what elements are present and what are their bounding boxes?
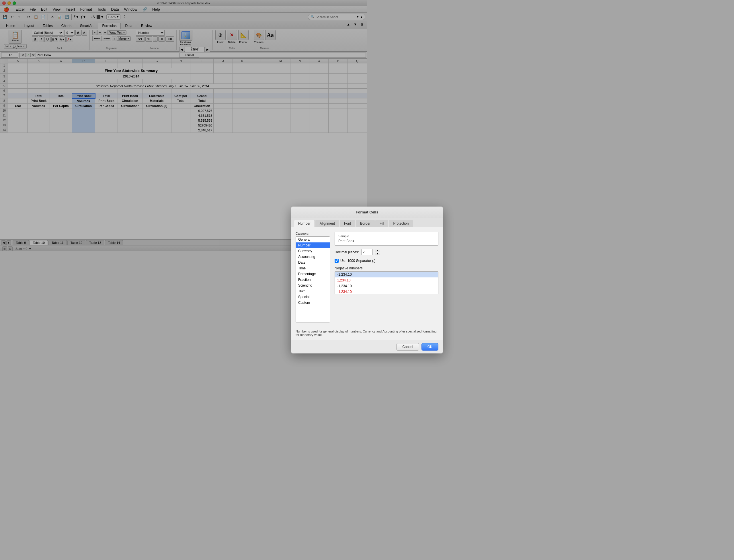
separator-checkbox-row: Use 1000 Separator (,) (335, 259, 367, 263)
cat-accounting[interactable]: Accounting (296, 254, 330, 260)
cat-date[interactable]: Date (296, 260, 330, 265)
dialog-tab-border[interactable]: Border (356, 220, 367, 227)
cat-time[interactable]: Time (296, 265, 330, 271)
cat-general[interactable]: General (296, 237, 330, 242)
cat-currency[interactable]: Currency (296, 248, 330, 254)
sample-value: Print Book (338, 239, 367, 243)
cat-fraction[interactable]: Fraction (296, 277, 330, 280)
neg-item-0[interactable]: -1,234.10 (335, 272, 367, 277)
negative-numbers-label: Negative numbers: (335, 266, 367, 270)
dialog-tab-number[interactable]: Number (294, 220, 315, 227)
dialog-overlay: Format Cells Number Alignment Font Borde… (0, 0, 367, 280)
dialog-body: Category: General Number Currency Accoun… (291, 227, 367, 280)
dialog-tabs: Number Alignment Font Border Fill Protec… (291, 218, 367, 227)
dialog-title: Format Cells (291, 207, 367, 218)
separator-checkbox[interactable] (335, 259, 339, 263)
separator-label: Use 1000 Separator (,) (340, 259, 367, 263)
format-options-panel: Sample Print Book Decimal places: 2 ▲ ▼ … (335, 232, 367, 280)
sample-label: Sample (338, 234, 367, 238)
category-list: General Number Currency Accounting Date … (296, 236, 330, 280)
format-cells-dialog: Format Cells Number Alignment Font Borde… (291, 207, 367, 280)
negative-numbers-list: -1,234.10 1,234.10 -1,234.10 -1,234.10 (335, 271, 367, 280)
negative-numbers-section: Negative numbers: -1,234.10 1,234.10 -1,… (335, 266, 367, 280)
dialog-tab-alignment[interactable]: Alignment (316, 220, 339, 227)
decimal-places-input[interactable]: 2 (361, 249, 367, 255)
category-section: Category: General Number Currency Accoun… (296, 232, 330, 280)
cat-percentage[interactable]: Percentage (296, 271, 330, 277)
category-label: Category: (296, 232, 330, 235)
decimal-places-row: Decimal places: 2 ▲ ▼ (335, 249, 367, 255)
neg-item-1[interactable]: 1,234.10 (335, 277, 367, 280)
decimal-places-label: Decimal places: (335, 250, 359, 254)
sample-section: Sample Print Book (335, 232, 367, 246)
dialog-tab-font[interactable]: Font (340, 220, 355, 227)
cat-number[interactable]: Number (296, 242, 330, 248)
